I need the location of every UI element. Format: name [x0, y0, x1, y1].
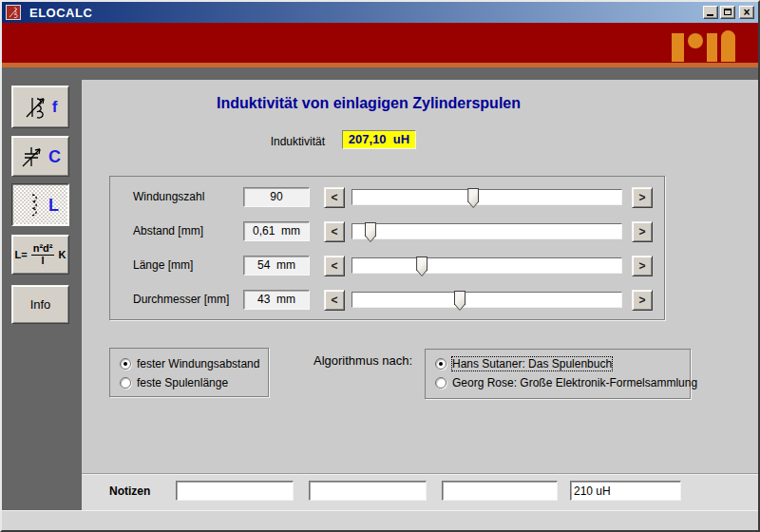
radio-option-feste-spulenlaenge[interactable]: feste Spulenlänge: [120, 376, 228, 390]
radio-label: feste Spulenlänge: [137, 376, 228, 390]
note-input-3[interactable]: [442, 481, 558, 501]
radio-icon: [435, 377, 446, 389]
formula-button[interactable]: L=n²d²lK: [11, 235, 69, 275]
minimize-button[interactable]: [703, 6, 718, 19]
slider-label: Windungszahl: [133, 190, 204, 203]
header-divider-strip: [2, 67, 758, 80]
inductor-icon: [8, 7, 19, 18]
capacitance-letter: C: [48, 148, 61, 165]
slider-value-field[interactable]: 54 mm: [243, 256, 310, 276]
radio-label: Hans Sutaner: Das Spulenbuch: [452, 357, 612, 370]
notes-label: Notizen: [109, 484, 150, 498]
note-input-2[interactable]: [309, 481, 427, 501]
status-bar: [2, 510, 758, 530]
algorithm-group: Hans Sutaner: Das Spulenbuch Georg Rose:…: [425, 349, 691, 399]
decrement-button[interactable]: <: [324, 256, 345, 276]
radio-icon: [435, 358, 446, 370]
coil-icon: [22, 192, 45, 218]
logo-bar-icon: [707, 33, 717, 62]
app-window: ELOCALC × f: [0, 0, 760, 532]
radio-option-fester-windungsabstand[interactable]: fester Windungsabstand: [120, 357, 259, 370]
slider-value-field[interactable]: 90: [243, 187, 310, 207]
result-value: 207,10 uH: [342, 130, 416, 149]
formula-numerator: n²d²: [31, 243, 55, 256]
decrement-button[interactable]: <: [324, 187, 345, 208]
inductance-tool-button[interactable]: L: [11, 183, 69, 226]
capacitance-tool-button[interactable]: C: [11, 136, 69, 177]
decrement-button[interactable]: <: [324, 221, 345, 242]
sidebar: f C L L=n²d²lK Info: [2, 80, 82, 510]
close-button[interactable]: ×: [739, 6, 754, 19]
maximize-icon: [724, 9, 732, 15]
slider-label: Länge [mm]: [133, 258, 193, 272]
increment-button[interactable]: >: [632, 256, 653, 276]
slider-label: Durchmesser [mm]: [133, 293, 229, 306]
note-input-1[interactable]: [176, 481, 294, 501]
slider-row-windungszahl: Windungszahl 90 < >: [110, 187, 664, 212]
info-button[interactable]: Info: [11, 285, 69, 324]
slider[interactable]: [352, 187, 622, 212]
radio-option-sutaner[interactable]: Hans Sutaner: Das Spulenbuch: [435, 357, 612, 370]
maximize-button[interactable]: [720, 6, 735, 19]
logo-dot-icon: [688, 33, 703, 48]
formula-denominator: l: [42, 256, 45, 267]
variable-capacitor-icon: [20, 144, 45, 169]
result-label: Induktivität: [192, 135, 325, 148]
close-icon: ×: [740, 6, 753, 19]
window-title: ELOCALC: [29, 6, 701, 20]
app-icon: [6, 5, 21, 20]
formula-fraction: n²d²l: [31, 243, 55, 266]
brand-logo: [672, 33, 735, 66]
variable-inductor-icon: [24, 95, 48, 120]
slider-track[interactable]: [352, 257, 622, 274]
slider-track[interactable]: [352, 189, 622, 205]
radio-icon: [120, 358, 131, 370]
minimize-icon: [707, 14, 713, 16]
slider-track[interactable]: [352, 223, 622, 239]
algorithm-label: Algorithmus nach:: [314, 353, 412, 368]
slider-track[interactable]: [352, 292, 622, 308]
sliders-panel: Windungszahl 90 < > Abstand [mm] 0,61 mm…: [109, 176, 665, 320]
slider[interactable]: [352, 256, 622, 280]
slider-row-durchmesser: Durchmesser [mm] 43 mm < >: [110, 290, 664, 314]
increment-button[interactable]: >: [632, 290, 653, 311]
notes-bar: Notizen: [82, 473, 758, 510]
slider-row-abstand: Abstand [mm] 0,61 mm < >: [110, 221, 664, 246]
info-button-label: Info: [30, 297, 51, 312]
slider-row-laenge: Länge [mm] 54 mm < >: [110, 256, 664, 280]
increment-button[interactable]: >: [632, 221, 653, 242]
radio-label: Georg Rose: Große Elektronik-Formelsamml…: [452, 376, 697, 390]
page-title: Induktivität von einlagigen Zylinderspul…: [82, 95, 656, 112]
formula-prefix: L=: [15, 249, 28, 260]
slider-value-field[interactable]: 43 mm: [243, 290, 310, 310]
increment-button[interactable]: >: [632, 187, 653, 208]
title-bar: ELOCALC ×: [2, 2, 758, 23]
slider-value-field[interactable]: 0,61 mm: [243, 221, 310, 241]
logo-bar-icon: [672, 33, 684, 62]
slider-label: Abstand [mm]: [133, 224, 203, 238]
note-input-4[interactable]: [570, 481, 681, 501]
radio-option-rose[interactable]: Georg Rose: Große Elektronik-Formelsamml…: [435, 376, 697, 390]
inductance-letter: L: [48, 197, 59, 214]
frequency-letter: f: [52, 99, 58, 115]
brand-banner: [2, 23, 758, 63]
frequency-tool-button[interactable]: f: [11, 86, 69, 128]
radio-icon: [120, 377, 131, 389]
decrement-button[interactable]: <: [324, 290, 345, 311]
slider[interactable]: [352, 221, 622, 246]
logo-arch-icon: [721, 30, 735, 62]
slider[interactable]: [352, 290, 622, 314]
radio-label: fester Windungsabstand: [137, 357, 259, 370]
formula-suffix: K: [58, 249, 66, 260]
winding-mode-group: fester Windungsabstand feste Spulenlänge: [109, 348, 269, 397]
